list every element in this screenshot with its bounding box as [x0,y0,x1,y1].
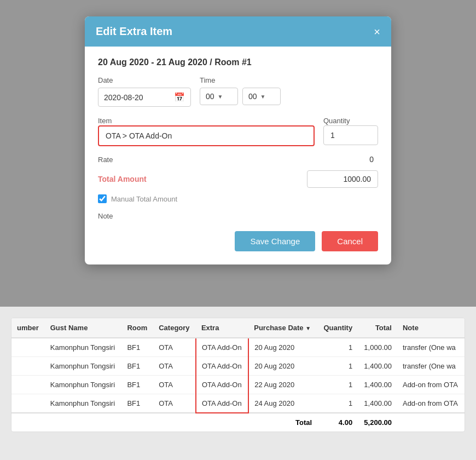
cell-room: BF1 [121,338,153,357]
col-room: Room [121,318,153,338]
cell-note: transfer (One wa [397,338,465,357]
cell-category: OTA [153,376,196,394]
date-time-row: Date 📅 Time 00 ▼ 00 [98,76,378,107]
cell-number [11,394,45,413]
date-range-title: 20 Aug 2020 - 21 Aug 2020 / Room #1 [98,58,378,67]
cell-number [11,357,45,376]
edit-extra-modal: Edit Extra Item × 20 Aug 2020 - 21 Aug 2… [85,16,391,264]
col-number: umber [11,318,45,338]
time-hour-select[interactable]: 00 ▼ [200,88,238,105]
item-label: Item [98,117,112,125]
cell-extra: OTA Add-On [196,376,248,394]
save-change-button[interactable]: Save Change [235,231,315,251]
col-total: Total [358,318,397,338]
time-minute-select[interactable]: 00 ▼ [242,88,281,105]
table-footer: Total 4.00 5,200.00 [11,413,465,432]
cell-quantity: 1 [317,338,358,357]
cell-quantity: 1 [317,376,358,394]
quantity-input[interactable] [323,125,378,145]
table-header: umber Gust Name Room Category Extra Purc… [11,318,465,338]
cell-quantity: 1 [317,394,358,413]
footer-quantity-total: 4.00 [317,413,358,432]
item-input[interactable] [98,125,315,146]
cell-purchase-date: 20 Aug 2020 [248,357,317,376]
cell-purchase-date: 20 Aug 2020 [248,338,317,357]
cell-extra: OTA Add-On [196,394,248,413]
quantity-label: Quantity [323,117,350,125]
table-row: Kamonphun Tongsiri BF1 OTA OTA Add-On 22… [11,376,465,394]
col-purchase-date[interactable]: Purchase Date ▼ [248,318,317,338]
cell-extra: OTA Add-On [196,338,248,357]
table-row: Kamonphun Tongsiri BF1 OTA OTA Add-On 20… [11,357,465,376]
col-category: Category [153,318,196,338]
footer-empty [11,413,248,432]
close-button[interactable]: × [374,26,380,37]
col-quantity: Quantity [317,318,358,338]
table-row: Kamonphun Tongsiri BF1 OTA OTA Add-On 24… [11,394,465,413]
calendar-icon: 📅 [174,92,185,102]
table-row: Kamonphun Tongsiri BF1 OTA OTA Add-On 20… [11,338,465,357]
item-quantity-row: Item Quantity [98,116,378,146]
cell-purchase-date: 22 Aug 2020 [248,376,317,394]
hour-dropdown-arrow: ▼ [218,94,223,100]
cell-note: Add-on from OTA [397,376,465,394]
col-extra: Extra [196,318,248,338]
item-group: Item [98,116,315,146]
footer-total-label: Total [248,413,317,432]
modal-overlay: Edit Extra Item × 20 Aug 2020 - 21 Aug 2… [0,0,476,307]
footer-grand-total: 5,200.00 [358,413,397,432]
total-amount-row: Total Amount [98,170,378,188]
cell-gust-name: Kamonphun Tongsiri [45,376,122,394]
cell-number [11,376,45,394]
total-amount-label: Total Amount [98,175,147,183]
cell-note: transfer (One wa [397,357,465,376]
time-hour-value: 00 [206,92,214,101]
cell-total: 1,000.00 [358,338,397,357]
cell-gust-name: Kamonphun Tongsiri [45,338,122,357]
date-group: Date 📅 [98,76,191,107]
manual-total-checkbox[interactable] [98,194,107,203]
cell-category: OTA [153,357,196,376]
modal-header: Edit Extra Item × [85,16,391,47]
manual-total-row: Manual Total Amount [98,194,378,203]
modal-title: Edit Extra Item [96,25,172,38]
cell-total: 1,400.00 [358,376,397,394]
cell-gust-name: Kamonphun Tongsiri [45,394,122,413]
cell-purchase-date: 24 Aug 2020 [248,394,317,413]
cell-note: Add-on from OTA [397,394,465,413]
table-body: Kamonphun Tongsiri BF1 OTA OTA Add-On 20… [11,338,465,413]
sort-arrow: ▼ [305,325,311,331]
time-group: Time 00 ▼ 00 ▼ [200,76,281,105]
date-label: Date [98,76,191,84]
cell-category: OTA [153,394,196,413]
extra-items-table: umber Gust Name Room Category Extra Purc… [11,318,465,432]
minute-dropdown-arrow: ▼ [260,94,266,100]
footer-row: Total 4.00 5,200.00 [11,413,465,432]
cell-extra: OTA Add-On [196,357,248,376]
total-amount-input[interactable] [307,170,378,188]
cell-total: 1,400.00 [358,357,397,376]
rate-row: Rate 0 [98,155,378,164]
cell-quantity: 1 [317,357,358,376]
modal-body: 20 Aug 2020 - 21 Aug 2020 / Room #1 Date… [85,47,391,264]
cell-room: BF1 [121,357,153,376]
modal-footer: Save Change Cancel [98,231,378,251]
cell-room: BF1 [121,376,153,394]
cell-total: 1,400.00 [358,394,397,413]
date-input[interactable] [104,93,170,102]
rate-label: Rate [98,156,113,164]
col-note: Note [397,318,465,338]
cell-gust-name: Kamonphun Tongsiri [45,357,122,376]
footer-note-empty [397,413,465,432]
time-label: Time [200,76,281,84]
extra-items-table-section: umber Gust Name Room Category Extra Purc… [11,318,465,432]
cell-room: BF1 [121,394,153,413]
cell-category: OTA [153,338,196,357]
col-gust-name: Gust Name [45,318,122,338]
cancel-button[interactable]: Cancel [322,231,378,251]
quantity-group: Quantity [323,116,378,145]
cell-number [11,338,45,357]
rate-value: 0 [369,155,374,164]
note-label: Note [98,212,378,220]
date-input-wrapper[interactable]: 📅 [98,88,191,107]
